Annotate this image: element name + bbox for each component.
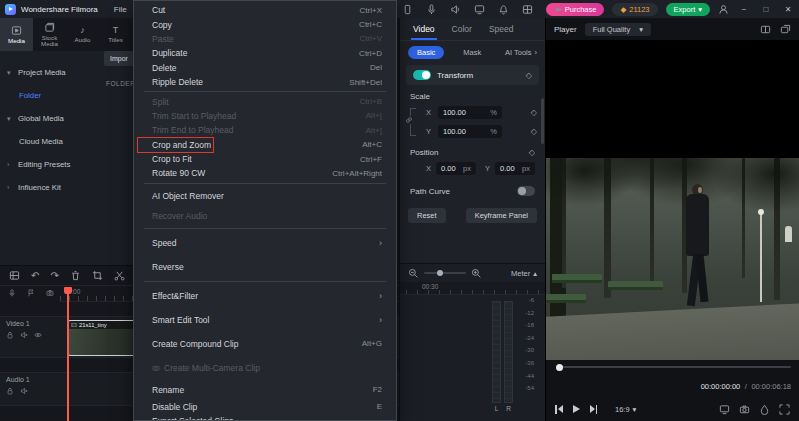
zoom-in-icon[interactable] [471,268,482,279]
path-curve-toggle[interactable] [517,186,535,196]
voiceover-icon[interactable] [8,289,16,297]
video-track-header[interactable]: Video 1 [0,317,60,357]
tab-media[interactable]: Media [0,18,33,51]
menu-item-effect-filter[interactable]: Effect&Filter› [134,284,396,308]
panels-icon[interactable] [9,270,20,281]
menu-item-speed[interactable]: Speed› [134,231,396,255]
subtab-basic[interactable]: Basic [408,46,444,59]
video-clip[interactable]: 21s11_tiny [68,320,135,356]
tab-video[interactable]: Video [413,24,435,34]
import-button[interactable]: Impor [104,51,134,66]
scale-x-input[interactable]: 100.00 % [438,106,502,119]
lock-icon[interactable] [6,331,14,339]
scale-y-input[interactable]: 100.00 % [438,125,502,138]
maximize-button[interactable]: □ [759,5,773,14]
menu-item-crop-and-zoom[interactable]: Crop and ZoomAlt+C [134,138,396,152]
menu-item-reverse[interactable]: Reverse [134,255,396,279]
reset-button[interactable]: Reset [408,208,446,223]
mirror-display-icon[interactable] [719,404,730,415]
device-icon[interactable] [402,4,413,15]
snapshot-icon[interactable] [46,289,54,297]
tab-titles[interactable]: T Titles [99,18,132,51]
menu-item-ai-object-remover[interactable]: AI Object Remover [134,186,396,206]
audio-track-header[interactable]: Audio 1 [0,373,60,405]
keyframe-panel-button[interactable]: Keyframe Panel [466,208,537,223]
menu-item-ripple-delete[interactable]: Ripple DeleteShift+Del [134,75,396,89]
split-view-icon[interactable] [760,24,771,35]
tab-stock-media[interactable]: Stock Media [33,18,66,51]
zoom-out-icon[interactable] [408,268,419,279]
menu-item-crop-to-fit[interactable]: Crop to FitCtrl+F [134,152,396,166]
detach-window-icon[interactable] [780,24,791,35]
menu-item-smart-edit-tool[interactable]: Smart Edit Tool› [134,308,396,332]
sidebar-item-influence-kit[interactable]: › Influence Kit [0,176,104,199]
aspect-ratio-dropdown[interactable]: 16:9 ▾ [615,405,636,414]
menu-item-copy[interactable]: CopyCtrl+C [134,17,396,31]
seek-knob[interactable] [556,364,563,371]
transform-toggle[interactable] [413,70,431,80]
video-preview[interactable] [546,40,799,360]
menu-item-create-compound-clip[interactable]: Create Compound ClipAlt+G [134,332,396,356]
marker-icon[interactable] [27,289,35,297]
display-icon[interactable] [474,4,485,15]
mute-icon[interactable] [20,331,28,339]
keyframe-diamond-icon[interactable]: ◇ [529,148,535,157]
meter-toggle[interactable]: Meter ▴ [511,269,537,278]
position-y-input[interactable]: 0.00 px [495,162,535,175]
snapshot-icon[interactable] [739,404,750,415]
play-button[interactable] [573,405,580,413]
menu-item-rotate-90-cw[interactable]: Rotate 90 CWCtrl+Alt+Right [134,166,396,180]
playhead[interactable] [67,287,69,421]
menu-item-delete[interactable]: DeleteDel [134,61,396,75]
menu-item-disable-clip[interactable]: Disable ClipE [134,400,396,414]
color-mask-icon[interactable] [759,404,770,415]
menu-item-rename[interactable]: RenameF2 [134,380,396,400]
bell-icon[interactable] [498,4,509,15]
properties-scrollbar[interactable] [541,98,544,144]
subtab-ai-tools[interactable]: AI Tools › [505,48,537,57]
position-x-input[interactable]: 0.00 px [436,162,476,175]
keyframe-diamond-icon[interactable]: ◇ [531,108,537,117]
menu-item-cut[interactable]: CutCtrl+X [134,3,396,17]
zoom-slider-knob[interactable] [437,270,443,276]
quality-dropdown[interactable]: Full Quality ▾ [585,23,651,36]
trash-icon[interactable] [70,270,81,281]
keyframe-diamond-icon[interactable]: ◇ [526,71,532,80]
sidebar-item-folder[interactable]: Folder [0,84,104,107]
seek-bar[interactable] [556,362,791,372]
previous-frame-button[interactable] [555,405,563,414]
tab-audio[interactable]: ♪ Audio [66,18,99,51]
purchase-button[interactable]: Purchase [546,3,605,16]
sidebar-item-cloud-media[interactable]: Cloud Media [0,130,104,153]
next-frame-button[interactable] [590,405,598,414]
fullscreen-icon[interactable] [779,404,790,415]
minimize-button[interactable]: − [737,5,751,14]
link-icon[interactable] [405,116,413,124]
avatar-icon[interactable] [718,4,729,15]
subtab-mask[interactable]: Mask [454,46,490,59]
speaker-icon[interactable] [450,4,461,15]
keyframe-ruler[interactable]: 00:30 [400,282,545,295]
close-button[interactable]: ✕ [781,5,795,14]
menu-item-export-selected-clips[interactable]: Export Selected Clips [134,414,396,421]
points-badge[interactable]: ◆ 21123 [612,3,657,16]
redo-icon[interactable]: ↷ [50,271,58,281]
layout-icon[interactable] [522,4,533,15]
zoom-slider[interactable] [424,272,466,274]
eye-icon[interactable] [34,331,42,339]
crop-icon[interactable] [92,270,103,281]
file-menu[interactable]: File [108,3,133,16]
sidebar-item-project-media[interactable]: ▾ Project Media [0,61,104,84]
tab-color[interactable]: Color [452,24,472,34]
lock-icon[interactable] [6,387,14,395]
sidebar-item-global-media[interactable]: ▾ Global Media [0,107,104,130]
mute-icon[interactable] [20,387,28,395]
split-scissors-icon[interactable] [114,270,125,281]
tab-speed[interactable]: Speed [489,24,514,34]
keyframe-diamond-icon[interactable]: ◇ [531,127,537,136]
undo-icon[interactable]: ↶ [31,271,39,281]
mic-icon[interactable] [426,4,437,15]
sidebar-item-editing-presets[interactable]: › Editing Presets [0,153,104,176]
export-button[interactable]: Export ▾ [666,3,710,16]
menu-item-duplicate[interactable]: DuplicateCtrl+D [134,46,396,60]
